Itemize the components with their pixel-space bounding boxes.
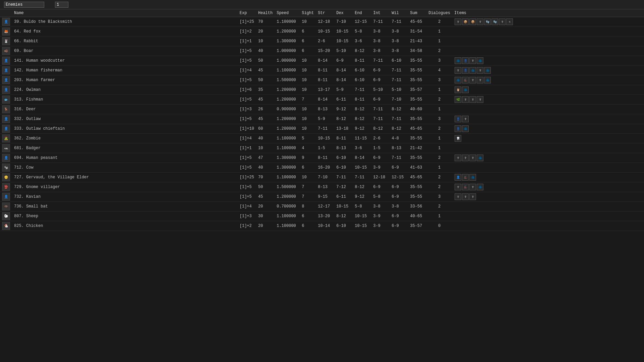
table-row[interactable]: 🐰66. Rabbit[1]+1101.30000062-610-153-63-… bbox=[0, 37, 644, 46]
item-icon[interactable]: 🗡 bbox=[455, 193, 461, 200]
item-icon[interactable]: 🗡 bbox=[477, 96, 483, 103]
entity-dialogues: 2 bbox=[426, 153, 452, 163]
item-icon[interactable]: 🧥 bbox=[469, 174, 476, 181]
table-row[interactable]: 👤333. Outlaw chieftain[1]+10601.20000010… bbox=[0, 124, 644, 134]
table-row[interactable]: 👤732. Kavian[1]+5451.20000079-156-119-12… bbox=[0, 192, 644, 202]
item-icon[interactable]: 🗡 bbox=[469, 184, 476, 190]
item-icon[interactable]: 🗡 bbox=[469, 57, 476, 64]
entity-end: 8-11 bbox=[353, 56, 371, 66]
item-icon[interactable]: 📦 bbox=[469, 18, 476, 25]
item-icon[interactable]: 🗡 bbox=[499, 18, 506, 25]
table-row[interactable]: 🦊64. Red fox[1]+2201.200000610-1510-155-… bbox=[0, 27, 644, 37]
item-icon[interactable]: 🧥 bbox=[484, 67, 491, 74]
item-icon[interactable]: 🗡 bbox=[469, 155, 476, 161]
table-row[interactable]: 🦡681. Badger[1]+1101.10000041-58-133-61-… bbox=[0, 143, 644, 153]
item-icon[interactable]: 🧥 bbox=[477, 184, 483, 190]
item-icon[interactable]: 🗡 bbox=[462, 193, 469, 200]
item-icon[interactable]: 🗡 bbox=[462, 116, 469, 122]
col-header-sight[interactable]: Sight bbox=[300, 9, 316, 17]
entity-sum: 21-42 bbox=[408, 143, 426, 153]
item-icon[interactable]: 🧥 bbox=[484, 77, 491, 83]
item-icon[interactable]: 🧥 bbox=[462, 125, 469, 132]
item-icon[interactable]: 🦷 bbox=[455, 135, 461, 142]
item-icon[interactable]: 🗡 bbox=[455, 184, 461, 190]
item-icon[interactable]: 🗡 bbox=[469, 77, 476, 83]
entity-int: 6-9 bbox=[371, 75, 390, 85]
entity-health: 26 bbox=[256, 105, 275, 114]
top-bar bbox=[0, 0, 644, 9]
table-row[interactable]: 👤224. Owlman[1]+6351.2000001013-175-97-1… bbox=[0, 85, 644, 95]
entity-type-input[interactable] bbox=[4, 2, 44, 8]
table-row[interactable]: 👤332. Outlaw[1]+5451.200000105-98-128-12… bbox=[0, 114, 644, 124]
item-icon[interactable]: 🗡 bbox=[455, 18, 461, 25]
item-icon[interactable]: 🧤 bbox=[491, 18, 498, 25]
table-row[interactable]: 👤203. Human farmer[1]+5501.500000108-118… bbox=[0, 75, 644, 85]
item-icon[interactable]: 🗡 bbox=[455, 67, 461, 74]
entity-speed: 1.200000 bbox=[275, 95, 300, 105]
item-icon[interactable]: 🌿 bbox=[455, 96, 461, 103]
item-icon[interactable]: 🧤 bbox=[484, 18, 491, 25]
level-input[interactable] bbox=[55, 2, 68, 8]
item-icon[interactable]: 🗡 bbox=[469, 193, 476, 200]
item-icon[interactable]: 🗡 bbox=[455, 155, 461, 161]
col-header-health[interactable]: Health bbox=[256, 9, 275, 17]
table-row[interactable]: 👺729. Gnome villager[1]+5501.50000078-13… bbox=[0, 182, 644, 192]
item-icon[interactable]: 🗡 bbox=[469, 96, 476, 103]
table-row[interactable]: 👤694. Human peasant[1]+5471.30000098-116… bbox=[0, 153, 644, 163]
item-icon[interactable]: 👖 bbox=[462, 67, 469, 74]
item-icon[interactable]: 🗡 bbox=[477, 67, 483, 74]
entity-icon: 👤 bbox=[2, 76, 10, 84]
table-row[interactable]: 👤141. Human woodcutter[1]+5501.000000108… bbox=[0, 56, 644, 66]
item-icon[interactable]: 🧥 bbox=[477, 57, 483, 64]
table-row[interactable]: 👤39. Buldo the Blacksmith[1]+25701.10000… bbox=[0, 17, 644, 27]
item-icon[interactable]: 🧥 bbox=[469, 67, 476, 74]
entity-dex: 8-12 bbox=[334, 212, 353, 221]
item-icon[interactable]: 👤 bbox=[455, 174, 461, 181]
table-row[interactable]: 🐄712. Cow[1]+5401.300000616-206-1010-153… bbox=[0, 163, 644, 173]
table-row[interactable]: 🐔825. Chicken[1]+2201.100000610-146-1010… bbox=[0, 221, 644, 231]
table-row[interactable]: 🧟362. Zombie[1]+4401.100000510-158-1111-… bbox=[0, 134, 644, 143]
entity-end: 10-15 bbox=[353, 163, 371, 173]
item-icon[interactable]: 🎩 bbox=[462, 174, 469, 181]
entity-int: 3-9 bbox=[371, 163, 390, 173]
col-header-wil[interactable]: Wil bbox=[390, 9, 408, 17]
col-header-icon[interactable] bbox=[0, 9, 12, 17]
col-header-name[interactable]: Name bbox=[12, 9, 238, 17]
col-header-dialogues[interactable]: Dialogues bbox=[426, 9, 452, 17]
item-icon[interactable]: 👖 bbox=[462, 57, 469, 64]
item-icon[interactable]: 🧥 bbox=[462, 86, 469, 93]
item-icon[interactable]: 🧥 bbox=[455, 57, 461, 64]
col-header-speed[interactable]: Speed bbox=[275, 9, 300, 17]
col-header-dex[interactable]: Dex bbox=[334, 9, 353, 17]
item-icon[interactable]: 🗡 bbox=[477, 18, 483, 25]
table-row[interactable]: 🦌316. Deer[1]+3260.900000108-139-128-127… bbox=[0, 105, 644, 114]
table-row[interactable]: 🐑807. Sheep[1]+3301.100000613-208-1210-1… bbox=[0, 212, 644, 221]
table-row[interactable]: 🦇736. Small bat[1]+4200.700000812-1710-1… bbox=[0, 202, 644, 212]
table-row[interactable]: 🐟313. Fishman[1]+5451.20000078-146-118-1… bbox=[0, 95, 644, 105]
col-header-sum[interactable]: Sum bbox=[408, 9, 426, 17]
col-header-exp[interactable]: Exp bbox=[238, 9, 256, 17]
col-header-end[interactable]: End bbox=[353, 9, 371, 17]
table-row[interactable]: 👴727. Gervaud, the Village Elder[1]+2570… bbox=[0, 173, 644, 182]
col-header-str[interactable]: Str bbox=[316, 9, 334, 17]
item-icon[interactable]: 🦉 bbox=[455, 86, 461, 93]
col-header-int[interactable]: Int bbox=[371, 9, 390, 17]
table-row[interactable]: 🐗69. Boar[1]+5401.000000615-205-108-123-… bbox=[0, 46, 644, 56]
item-icon[interactable]: 🗡 bbox=[462, 155, 469, 161]
item-icon[interactable]: 🗡 bbox=[462, 96, 469, 103]
item-icon[interactable]: 🧥 bbox=[477, 155, 483, 161]
item-icon[interactable]: 🗡 bbox=[477, 77, 483, 83]
item-icon[interactable]: 🎩 bbox=[462, 77, 469, 83]
item-icon[interactable]: 📦 bbox=[462, 18, 469, 25]
item-icon[interactable]: 👖 bbox=[455, 116, 461, 122]
col-header-items[interactable]: Items bbox=[452, 9, 644, 17]
item-icon[interactable]: 👖 bbox=[455, 125, 461, 132]
entity-end: 3-6 bbox=[353, 37, 371, 46]
item-icon[interactable]: ⚗ bbox=[506, 18, 513, 25]
entity-sight: 10 bbox=[300, 124, 316, 134]
item-icon[interactable]: 🎩 bbox=[462, 184, 469, 190]
entity-sum: 35-55 bbox=[408, 56, 426, 66]
table-row[interactable]: 👤142. Human fisherman[1]+4451.100000108-… bbox=[0, 66, 644, 75]
item-icon[interactable]: 🧥 bbox=[455, 77, 461, 83]
entity-dex: 8-13 bbox=[334, 143, 353, 153]
